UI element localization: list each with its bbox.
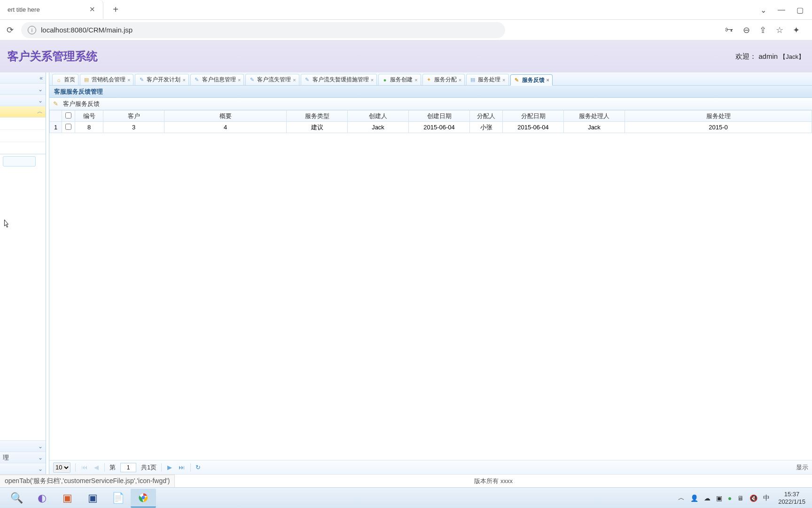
col-handler[interactable]: 服务处理人 (564, 111, 625, 122)
row-checkbox[interactable] (65, 124, 71, 130)
tab-customer-loss[interactable]: ✎ 客户流失管理 × (245, 74, 299, 85)
tray-chevron-icon[interactable]: ︿ (678, 494, 685, 502)
home-icon: ⌂ (55, 77, 62, 83)
bookmark-icon[interactable]: ☆ (776, 25, 783, 35)
close-icon[interactable]: × (459, 77, 461, 83)
grid-toolbar: ✎ 客户服务反馈 (49, 98, 812, 110)
taskbar-app-ide[interactable]: ▣ (80, 489, 105, 508)
sidebar-section-bottom2[interactable]: 理 ⌄ (0, 452, 46, 463)
new-tab-button[interactable]: + (107, 1, 124, 18)
zoom-icon[interactable]: ⊖ (743, 25, 750, 35)
cell-rownum: 1 (50, 122, 62, 133)
refresh-button[interactable]: ↻ (195, 464, 201, 471)
tab-service-assign[interactable]: ✦ 服务分配 × (422, 74, 465, 85)
browser-tab[interactable]: ert title here ✕ (0, 0, 103, 19)
minimize-button[interactable]: — (778, 6, 785, 14)
tab-service-create[interactable]: ● 服务创建 × (378, 74, 421, 85)
tab-service-feedback[interactable]: ✎ 服务反馈 × (510, 74, 553, 86)
next-page-button[interactable]: ▶ (166, 464, 173, 471)
sidebar: « ⌄ ⌄ ︿ ⌄ 理 ⌄ ⌄ (0, 72, 46, 474)
tab-marketing[interactable]: ▤ 营销机会管理 × (80, 74, 133, 85)
app-body: « ⌄ ⌄ ︿ ⌄ 理 ⌄ ⌄ ⌂ (0, 72, 812, 474)
tray-volume-icon[interactable]: 🔇 (750, 494, 757, 502)
col-assignee[interactable]: 分配人 (470, 111, 503, 122)
col-id[interactable]: 编号 (75, 111, 103, 122)
data-grid[interactable]: 编号 客户 概要 服务类型 创建人 创建日期 分配人 分配日期 服务处理人 服务… (49, 110, 812, 460)
maximize-button[interactable]: ▢ (796, 6, 804, 15)
tray-network-icon[interactable]: 🖥 (737, 494, 744, 502)
tab-service-process[interactable]: ▤ 服务处理 × (466, 74, 508, 85)
page-info: 显示 (796, 463, 808, 472)
info-icon[interactable]: i (28, 26, 36, 34)
col-create-date[interactable]: 创建日期 (409, 111, 470, 122)
sidebar-collapse-button[interactable]: « (0, 72, 46, 84)
extensions-icon[interactable]: ✦ (793, 25, 800, 35)
sidebar-input-row (0, 154, 46, 168)
first-page-button[interactable]: ⏮ (80, 464, 88, 471)
sidebar-item[interactable] (0, 118, 46, 130)
close-icon[interactable]: × (502, 77, 505, 83)
tab-home[interactable]: ⌂ 首页 (52, 74, 78, 85)
col-assign-date[interactable]: 分配日期 (503, 111, 564, 122)
col-summary[interactable]: 概要 (164, 111, 287, 122)
table-row[interactable]: 1 8 3 4 建议 Jack 2015-06-04 小张 2015-06-04… (50, 122, 812, 133)
page-input[interactable] (120, 463, 136, 472)
chevron-down-icon: ⌄ (38, 443, 43, 450)
taskbar-app-ppt[interactable]: ▣ (55, 489, 80, 508)
search-icon[interactable]: 🔍 (4, 489, 29, 508)
page-size-select[interactable]: 10 (53, 462, 70, 473)
tabs-dropdown-icon[interactable]: ⌄ (760, 6, 766, 15)
address-bar[interactable]: i localhost:8080/CRM/main.jsp (21, 22, 505, 38)
cell-create-date: 2015-06-04 (409, 122, 470, 133)
sidebar-section-bottom3[interactable]: ⌄ (0, 463, 46, 474)
tab-customer-info[interactable]: ✎ 客户信息管理 × (190, 74, 244, 85)
reload-icon[interactable]: ⟳ (5, 23, 16, 37)
chevron-down-icon: ⌄ (38, 454, 43, 461)
close-icon[interactable]: × (414, 77, 417, 83)
tray-app-icon[interactable]: ▣ (716, 494, 722, 502)
col-creator[interactable]: 创建人 (348, 111, 409, 122)
sidebar-section-1[interactable]: ⌄ (0, 84, 46, 95)
close-icon[interactable]: × (293, 77, 296, 83)
close-icon[interactable]: × (238, 77, 241, 83)
separator (104, 463, 105, 472)
sidebar-input[interactable] (3, 156, 36, 167)
process-icon: ▤ (469, 77, 476, 83)
pagination-bar: 10 ⏮ ◀ 第 共1页 ▶ ⏭ ↻ 显示 (49, 460, 812, 474)
browser-toolbar: ⟳ i localhost:8080/CRM/main.jsp 🗝 ⊖ ⇪ ☆ … (0, 20, 812, 40)
cell-customer: 3 (103, 122, 164, 133)
sidebar-item[interactable] (0, 130, 46, 142)
tab-develop-plan[interactable]: ✎ 客户开发计划 × (135, 74, 188, 85)
close-icon[interactable]: ✕ (87, 4, 97, 15)
sidebar-section-bottom1[interactable]: ⌄ (0, 440, 46, 452)
taskbar-clock[interactable]: 15:37 2022/1/15 (775, 491, 808, 505)
taskbar-app-eclipse[interactable]: ◐ (29, 489, 55, 508)
close-icon[interactable]: × (182, 77, 185, 83)
sidebar-section-2[interactable]: ⌄ (0, 95, 46, 106)
share-icon[interactable]: ⇪ (759, 25, 766, 35)
select-all-checkbox[interactable] (65, 112, 71, 119)
tray-wechat-icon[interactable]: ● (728, 494, 732, 502)
footer-text: 版本所有 xxxx (175, 477, 812, 485)
assign-icon: ✦ (426, 77, 432, 83)
sidebar-item[interactable] (0, 142, 46, 154)
last-page-button[interactable]: ⏭ (178, 464, 186, 471)
close-icon[interactable]: × (127, 77, 130, 83)
col-service-type[interactable]: 服务类型 (287, 111, 348, 122)
tray-cloud-icon[interactable]: ☁ (704, 494, 710, 502)
col-customer[interactable]: 客户 (103, 111, 164, 122)
separator (161, 463, 162, 472)
tabs-bar: ⌂ 首页 ▤ 营销机会管理 × ✎ 客户开发计划 × ✎ 客户信息管理 × ✎ … (49, 72, 812, 86)
sidebar-section-active[interactable]: ︿ (0, 106, 46, 118)
close-icon[interactable]: × (547, 77, 549, 83)
taskbar-app-chrome[interactable] (131, 489, 156, 508)
tray-ime[interactable]: 中 (763, 494, 770, 502)
close-icon[interactable]: × (371, 77, 374, 83)
tray-user-icon[interactable]: 👤 (690, 494, 698, 502)
feedback-icon: ✎ (53, 100, 61, 108)
col-handle-date[interactable]: 服务处理 (625, 111, 812, 122)
key-icon[interactable]: 🗝 (725, 25, 734, 35)
tab-customer-loss-delay[interactable]: ✎ 客户流失暂缓措施管理 × (301, 74, 377, 85)
prev-page-button[interactable]: ◀ (93, 464, 100, 471)
taskbar-app-notepad[interactable]: 📄 (105, 489, 131, 508)
